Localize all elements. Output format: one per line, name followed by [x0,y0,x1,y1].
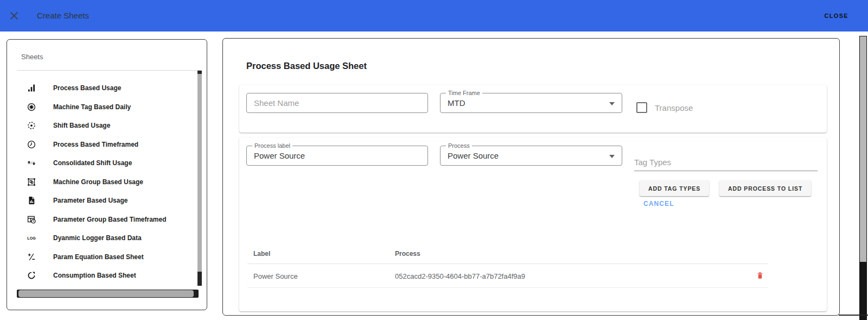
sheet-editor-panel: Process Based Usage Sheet Time Frame MTD… [222,38,840,316]
scrollbar-thumb[interactable] [18,290,194,297]
sidebar-item-machine-tag-based-daily[interactable]: Machine Tag Based Daily [7,98,196,117]
sidebar-item-consolidated-shift-usage[interactable]: Consolidated Shift Usage [7,154,196,173]
table-row: Power Source052cacd2-9350-4604-bb77-a7b7… [247,264,768,288]
transpose-toggle[interactable]: Transpose [636,102,693,113]
plus-minus-icon [27,252,36,262]
clock-icon [27,140,36,149]
sidebar-item-shift-based-usage[interactable]: Shift Based Usage [7,116,196,135]
page-vertical-scrollbar[interactable] [859,36,867,320]
sidebar-item-label: Machine Tag Based Daily [53,103,131,111]
action-buttons: ADD TAG TYPES ADD PROCESS TO LIST [640,180,811,196]
transpose-label: Transpose [655,103,693,112]
create-sheets-dialog: Create Sheets CLOSE Sheets Process Based… [0,0,868,320]
scrollbar-cap [197,71,202,74]
column-header-label: Label [247,250,395,258]
sheet-type-list: Process Based UsageMachine Tag Based Dai… [7,71,196,287]
dialog-title: Create Sheets [37,0,89,32]
process-select[interactable]: Process Power Source [440,146,622,166]
close-x-icon[interactable] [9,10,20,21]
sheet-settings-section: Time Frame MTD Transpose [239,85,827,133]
sidebar-item-label: Process Based Usage [53,84,121,92]
container-bottom-edge [839,315,868,316]
row-divider [247,287,768,288]
chevron-down-icon [609,155,615,158]
sidebar-item-label: Parameter Based Usage [53,197,127,204]
sidebar-item-dyanmic-logger-based-data[interactable]: LOGDyanmic Logger Based Data [7,229,196,248]
row-label-cell: Power Source [247,272,395,280]
target-dotted-icon [27,121,36,130]
sheets-panel: Sheets Process Based UsageMachine Tag Ba… [7,39,207,310]
sheet-list-horizontal-scrollbar[interactable] [17,290,199,298]
file-chart-icon [27,196,36,205]
process-select-label: Process [446,142,472,149]
delete-row-button[interactable] [754,270,766,282]
table-header-row: Label Process [247,244,768,263]
transpose-checkbox[interactable] [636,102,647,113]
add-process-to-list-button[interactable]: ADD PROCESS TO LIST [719,180,811,196]
tag-types-field[interactable] [634,153,818,171]
sheet-list-vertical-scrollbar[interactable] [197,71,202,286]
column-header-process: Process [395,250,768,258]
swap-arrows-icon [27,158,36,168]
sidebar-item-label: Machine Group Based Usage [53,178,143,186]
row-process-cell: 052cacd2-9350-4604-bb77-a7b72fa4f9a9 [395,272,754,280]
bar-chart-icon [27,83,36,93]
table-clock-icon [27,215,36,224]
time-frame-label: Time Frame [446,90,482,97]
loop-icon [27,271,36,280]
process-label-field[interactable]: Process label [246,146,428,166]
sidebar-item-parameter-group-based-timeframed[interactable]: Parameter Group Based Timeframed [7,210,196,229]
sidebar-item-parameter-based-usage[interactable]: Parameter Based Usage [7,191,196,210]
add-tag-types-button[interactable]: ADD TAG TYPES [640,180,709,196]
cancel-button[interactable]: CANCEL [643,200,674,208]
log-text-icon: LOG [27,233,36,243]
svg-text:LOG: LOG [27,236,36,241]
scrollbar-thumb[interactable] [860,262,866,320]
page-title: Process Based Usage Sheet [246,61,367,71]
sidebar-item-process-based-usage[interactable]: Process Based Usage [7,79,196,98]
sheet-name-field[interactable] [246,93,428,113]
sidebar-item-param-equation-based-sheet[interactable]: Param Equation Based Sheet [7,248,196,267]
tag-types-input[interactable] [634,153,818,171]
scrollbar-thumb[interactable] [197,272,202,286]
sidebar-item-machine-group-based-usage[interactable]: Machine Group Based Usage [7,173,196,192]
process-section: Process label Process Power Source ADD T… [239,137,827,311]
sidebar-item-consumption-based-sheet[interactable]: Consumption Based Sheet [7,266,196,285]
sidebar-item-label: Consolidated Shift Usage [53,159,132,167]
process-table-body: Power Source052cacd2-9350-4604-bb77-a7b7… [247,264,768,288]
process-label-input[interactable] [247,146,427,165]
close-button[interactable]: CLOSE [821,0,852,32]
sidebar-item-label: Param Equation Based Sheet [53,253,144,261]
chevron-down-icon [609,102,615,105]
group-box-icon [27,177,36,187]
sidebar-item-label: Shift Based Usage [53,122,110,129]
time-frame-select[interactable]: Time Frame MTD [440,93,622,113]
app-bar: Create Sheets CLOSE [0,0,868,32]
process-table: Label Process Power Source052cacd2-9350-… [247,244,768,288]
sheets-panel-title: Sheets [21,53,43,61]
sidebar-item-label: Dyanmic Logger Based Data [53,234,142,242]
sheet-name-input[interactable] [247,93,427,112]
gear-circle-icon [27,102,36,112]
sidebar-item-label: Process Based Timeframed [53,141,138,148]
trash-icon [756,271,764,282]
sidebar-item-label: Consumption Based Sheet [53,272,136,279]
sidebar-item-process-based-timeframed[interactable]: Process Based Timeframed [7,135,196,154]
sidebar-item-label: Parameter Group Based Timeframed [53,216,167,223]
